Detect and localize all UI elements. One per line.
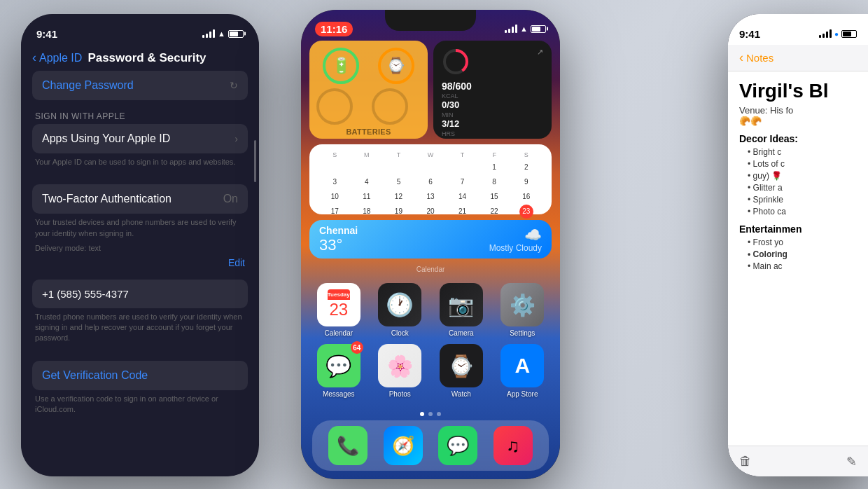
notes-back-chevron: ‹ [739,50,743,65]
dock-music[interactable]: ♫ [493,426,533,465]
app-grid-row1: Tuesday 23 Calendar 🕐 Clock [309,283,552,337]
entertainment-list: • Frost yo • Coloring • Main ac [739,237,857,271]
app-appstore[interactable]: A App Store [496,344,550,398]
phone-battery-circle: 🔋 [323,48,359,84]
batteries-widget[interactable]: 🔋 ⌚ Batteries [309,41,428,139]
trash-icon[interactable]: 🗑 [739,454,752,469]
empty-circle-1 [316,88,353,125]
two-factor-desc: Your trusted devices and phone numbers a… [32,214,248,242]
fitness-widget[interactable]: ↗ 98/600 KCAL 0/30 MIN 3/12 HRS Fitness [433,41,552,139]
calendar-widget[interactable]: S M T W T F S 12345678910111213141516171… [309,144,552,214]
appstore-icon: A [500,344,544,387]
messages-label: Messages [323,390,355,398]
cal-empty [328,160,342,174]
change-password-section: Change Password ↻ [32,71,248,100]
venue-emoji: 🥐🥐 [739,116,857,126]
cal-day-22[interactable]: 22 [487,205,501,219]
wifi-icon-left: ▲ [218,29,225,38]
clock-label: Clock [391,329,409,337]
cal-day-8[interactable]: 8 [487,175,501,189]
battery-icon-right [841,30,857,38]
cal-day-7[interactable]: 7 [456,175,470,189]
dot-3 [437,412,441,416]
verification-desc: Use a verification code to sign in on an… [32,391,248,421]
scrollbar-left[interactable] [254,140,256,182]
weather-right: ☁️ Mostly Cloudy [489,226,542,253]
cal-day-4[interactable]: 4 [360,175,374,189]
notes-back-label: Notes [746,52,774,64]
apps-apple-id-cell[interactable]: Apps Using Your Apple ID › [32,124,248,153]
app-photos[interactable]: 🌸 Photos [374,344,427,398]
signal-bar-1 [202,35,204,38]
fitness-calories-unit: KCAL [442,92,543,99]
decor-item-3: • guy) 🌹 [739,171,857,181]
time-left: 9:41 [36,28,57,40]
decor-header: Decor Ideas: [739,133,857,144]
verification-cell[interactable]: Get Verification Code [32,361,248,390]
cal-day-23[interactable]: 23 [519,205,533,219]
cal-day-3[interactable]: 3 [328,175,342,189]
cell-loader: ↻ [230,80,238,91]
app-clock[interactable]: 🕐 Clock [374,283,427,337]
cal-day-6[interactable]: 6 [424,175,438,189]
cal-day-16[interactable]: 16 [519,190,533,204]
venue-text: Venue: His fo [739,105,793,116]
cal-day-20[interactable]: 20 [424,205,438,219]
cal-day-1[interactable]: 1 [487,160,501,174]
cal-day-12[interactable]: 12 [391,190,405,204]
weather-left: Chennai 33° [319,225,358,254]
cal-day-21[interactable]: 21 [456,205,470,219]
cal-day-17[interactable]: 17 [328,205,342,219]
app-messages[interactable]: 64 💬 Messages [312,344,365,398]
edit-button[interactable]: Edit [228,257,245,268]
signal-bars-left [202,29,215,38]
cal-day-14[interactable]: 14 [456,190,470,204]
two-factor-cell[interactable]: Two-Factor Authentication On [32,184,248,214]
fitness-minutes-unit: MIN [442,111,543,118]
two-factor-section: Two-Factor Authentication On Your truste… [32,184,248,268]
compose-icon[interactable]: ✎ [846,454,857,469]
app-settings[interactable]: ⚙️ Settings [496,283,550,337]
settings-icon: ⚙️ [500,283,544,326]
center-phone: 11:16 ▲ [301,10,560,479]
dock-phone[interactable]: 📞 [328,426,368,465]
app-calendar[interactable]: Tuesday 23 Calendar [312,283,365,337]
phone-number-desc: Trusted phone numbers are used to verify… [32,309,248,350]
cal-hdr-s2: S [510,151,542,158]
cal-day-5[interactable]: 5 [391,175,405,189]
phone-number-section: +1 (585) 555-4377 Trusted phone numbers … [32,280,248,350]
cal-day-10[interactable]: 10 [328,190,342,204]
empty-circles [316,88,421,125]
decor-item-5: • Sprinkle [739,195,857,205]
signal-bar-3 [209,32,211,38]
verification-section: Get Verification Code Use a verification… [32,361,248,421]
app-grid-row2: 64 💬 Messages 🌸 Photos [309,344,552,398]
cal-day-13[interactable]: 13 [424,190,438,204]
fitness-minutes: 0/30 [442,99,543,111]
cal-day-11[interactable]: 11 [360,190,374,204]
weather-temp: 33° [319,236,358,254]
weather-widget[interactable]: Chennai 33° ☁️ Mostly Cloudy [309,220,552,259]
cal-day-9[interactable]: 9 [519,175,533,189]
sign-in-section: SIGN IN WITH APPLE Apps Using Your Apple… [32,111,248,173]
dock-safari[interactable]: 🧭 [384,426,423,465]
battery-circles: 🔋 ⌚ [316,48,421,84]
notes-content: Venue: His fo 🥐🥐 Decor Ideas: • Bright c… [728,105,868,271]
cal-day-15[interactable]: 15 [487,190,501,204]
delivery-mode: Delivery mode: text [32,243,248,256]
signal-bars-center [505,25,517,33]
cal-empty [424,160,438,174]
app-watch[interactable]: ⌚ Watch [435,344,488,398]
watch-icon: ⌚ [440,344,483,387]
back-button-left[interactable]: ‹ Apple ID [32,50,82,65]
dock-whatsapp[interactable]: 💬 [438,426,477,465]
notes-title: Virgil's Bl [728,71,868,105]
notes-back-button[interactable]: ‹ Notes [739,50,774,65]
cal-day-18[interactable]: 18 [360,205,374,219]
app-camera[interactable]: 📷 Camera [435,283,488,337]
cal-day-2[interactable]: 2 [519,160,533,174]
cal-day-19[interactable]: 19 [391,205,405,219]
watch-battery-circle: ⌚ [378,48,414,84]
change-password-cell[interactable]: Change Password ↻ [32,71,248,100]
batteries-label: Batteries [316,128,421,136]
